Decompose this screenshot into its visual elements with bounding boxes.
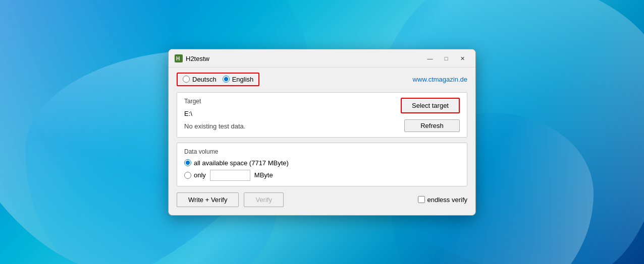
verify-button[interactable]: Verify (244, 192, 284, 207)
target-section: Target E:\ No existing test data. Select… (177, 92, 467, 138)
action-row: Write + Verify Verify endless verify (177, 192, 467, 207)
target-info-row: Target E:\ No existing test data. Select… (184, 98, 460, 132)
volume-options: all available space (7717 MByte) only MB… (184, 159, 460, 181)
no-data-text: No existing test data. (184, 122, 245, 130)
only-volume-row: only MByte (184, 170, 460, 181)
select-target-button[interactable]: Select target (401, 98, 460, 113)
data-volume-title: Data volume (184, 148, 460, 155)
deutsch-radio-label[interactable]: Deutsch (183, 76, 217, 83)
mbyte-label: MByte (254, 171, 273, 179)
endless-verify-label[interactable]: endless verify (418, 196, 467, 204)
english-radio[interactable] (223, 76, 230, 83)
titlebar-controls: — □ ✕ (423, 53, 469, 63)
svg-text:H: H (176, 56, 180, 61)
data-volume-section: Data volume all available space (7717 MB… (177, 143, 467, 186)
all-space-label: all available space (7717 MByte) (194, 159, 289, 167)
website-link[interactable]: www.ctmagazin.de (413, 76, 467, 83)
write-verify-button[interactable]: Write + Verify (177, 192, 239, 207)
only-radio-label[interactable]: only (184, 171, 206, 179)
endless-verify-checkbox[interactable] (418, 196, 425, 203)
right-buttons: Select target Refresh (401, 98, 460, 132)
target-section-title: Target (184, 98, 245, 105)
app-icon: H (175, 54, 183, 62)
target-path: E:\ (184, 110, 245, 117)
only-label: only (194, 171, 206, 179)
only-radio[interactable] (184, 172, 191, 179)
language-row: Deutsch English www.ctmagazin.de (177, 73, 467, 86)
deutsch-label: Deutsch (192, 76, 217, 83)
english-label: English (232, 76, 254, 83)
target-left: Target E:\ No existing test data. (184, 98, 245, 130)
minimize-button[interactable]: — (423, 53, 437, 63)
close-button[interactable]: ✕ (455, 53, 469, 63)
dialog-overlay: H H2testw — □ ✕ Deutsch En (0, 0, 644, 264)
all-space-radio[interactable] (184, 159, 191, 166)
all-space-radio-label[interactable]: all available space (7717 MByte) (184, 159, 460, 167)
volume-input[interactable] (210, 170, 250, 181)
dialog-window: H H2testw — □ ✕ Deutsch En (168, 49, 476, 216)
maximize-button[interactable]: □ (439, 53, 453, 63)
refresh-button[interactable]: Refresh (404, 119, 460, 132)
dialog-content: Deutsch English www.ctmagazin.de Target … (169, 68, 475, 215)
titlebar: H H2testw — □ ✕ (169, 49, 475, 68)
deutsch-radio[interactable] (183, 76, 190, 83)
dialog-title: H2testw (186, 55, 423, 62)
english-radio-label[interactable]: English (223, 76, 254, 83)
language-group: Deutsch English (177, 73, 259, 86)
endless-verify-text: endless verify (427, 196, 467, 204)
